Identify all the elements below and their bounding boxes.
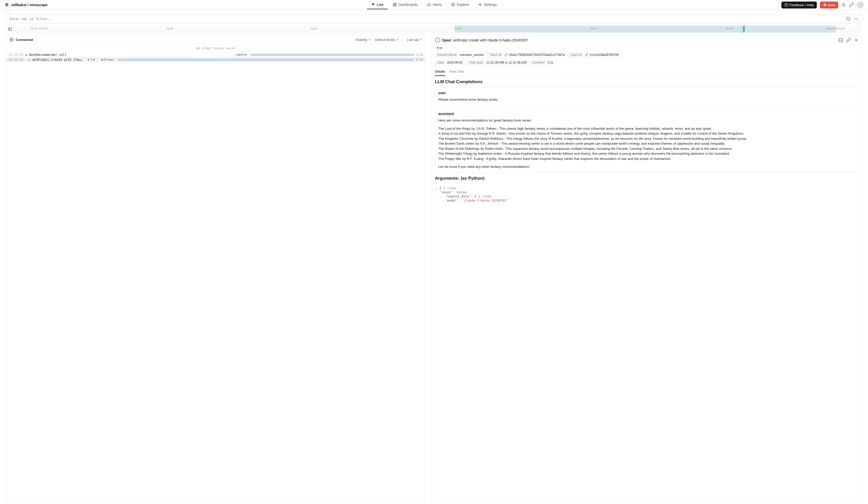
svg-point-18 <box>11 39 12 40</box>
record-icon <box>823 3 827 7</box>
trace-row[interactable]: 12:32:35 ◆ anthropic.create with claude-… <box>7 57 425 62</box>
broadcast-icon <box>371 2 375 7</box>
close-icon[interactable] <box>854 38 858 42</box>
meta-row: Service Nameunknown_service Trace ID#4ee… <box>432 52 861 60</box>
nav-dashboards[interactable]: Dashboards <box>389 0 422 9</box>
chevron-down-icon <box>420 38 422 41</box>
chevron-down-icon <box>369 38 371 41</box>
svg-point-13 <box>854 19 855 19</box>
beta-button[interactable]: Beta <box>820 1 838 9</box>
logo-icon <box>4 2 9 8</box>
svg-point-10 <box>824 4 826 6</box>
svg-point-11 <box>843 4 845 6</box>
compass-icon <box>451 2 455 7</box>
args-title: Arguments: (as Python) <box>435 176 858 181</box>
badge-llm: llm <box>86 58 97 61</box>
no-traces: No older traces exist <box>7 44 425 52</box>
content: LLM Chat Completions user Please recomme… <box>432 76 861 208</box>
tabs: Details Raw Data <box>432 68 861 76</box>
svg-point-14 <box>856 19 857 19</box>
gear-icon[interactable] <box>10 38 14 42</box>
svg-point-0 <box>373 4 374 5</box>
visibility-dropdown[interactable]: Visibility <box>355 38 371 42</box>
avatar[interactable] <box>857 1 864 9</box>
levels-dropdown[interactable]: Default levels <box>375 38 399 42</box>
timeline-toggle[interactable] <box>7 26 14 33</box>
layout-icon[interactable] <box>838 38 843 42</box>
timeline: Apr 18, 12:32:45 Apr 20 Apr 23 Apr 25 Ap… <box>6 26 862 33</box>
nav-alerts[interactable]: Alerts <box>423 0 446 9</box>
nav-live[interactable]: Live <box>367 0 388 9</box>
connected-label: Connected <box>16 38 33 42</box>
logo[interactable]: willbakst / mirascope <box>4 2 48 8</box>
resizer[interactable]: ⋮ <box>427 35 430 504</box>
bell-icon <box>427 2 431 7</box>
svg-rect-1 <box>393 3 394 4</box>
tab-raw-data[interactable]: Raw Data <box>449 68 464 76</box>
svg-rect-4 <box>395 5 396 6</box>
svg-point-12 <box>847 17 850 20</box>
link-icon <box>505 53 507 57</box>
more-icon[interactable] <box>854 17 858 21</box>
theme-icon[interactable] <box>841 2 846 7</box>
trace-row[interactable]: 12:32:35 ▬ BookRecommender.call logfire … <box>7 52 425 57</box>
nav: Live Dashboards Alerts Explore Settings <box>367 0 501 9</box>
breadcrumb[interactable]: willbakst / mirascope <box>11 3 48 7</box>
chevron-down-icon <box>396 38 399 41</box>
meta-duration: Duration3.2s <box>530 60 556 65</box>
meta-row-2: Date2024-05-02 Time span12:32:35.046 to … <box>432 60 861 68</box>
search-input[interactable] <box>10 17 846 21</box>
info-icon: i <box>435 38 440 43</box>
gear-icon <box>478 2 482 7</box>
badge-logfire: logfire <box>234 53 249 57</box>
grid-icon <box>393 2 397 7</box>
help-icon <box>784 3 788 7</box>
badge-anthropic: anthropic <box>99 58 116 61</box>
link-icon[interactable] <box>846 38 851 42</box>
meta-date: Date2024-05-02 <box>435 60 465 65</box>
header-right: Feedback / Help Beta <box>781 1 864 9</box>
args-block: ⌄ { 4 items 'async': False, ⌄ 'request_d… <box>435 184 858 205</box>
link-icon[interactable] <box>849 2 854 7</box>
svg-rect-16 <box>9 28 11 31</box>
meta-span-id[interactable]: Span ID#11e203da397657e5 <box>568 52 621 58</box>
section-title: LLM Chat Completions <box>435 79 858 84</box>
meta-service: Service Nameunknown_service <box>435 52 486 58</box>
left-panel: Connected Visibility Default levels Live… <box>6 35 425 504</box>
search-bar <box>6 14 862 23</box>
nav-settings[interactable]: Settings <box>474 0 501 9</box>
svg-rect-2 <box>395 3 396 4</box>
tab-details[interactable]: Details <box>435 68 445 76</box>
svg-rect-3 <box>393 5 394 6</box>
svg-point-15 <box>857 19 858 19</box>
svg-point-5 <box>452 3 455 6</box>
search-icon[interactable] <box>846 17 851 21</box>
meta-timespan: Time span12:32:35.046 to 12:32:38.239 <box>466 60 529 65</box>
message-user: user Please recommend some fantasy books <box>435 88 858 105</box>
link-icon <box>585 53 588 57</box>
right-panel: i Span: anthropic.create with claude-3-h… <box>432 35 862 504</box>
panel-icon <box>8 27 12 31</box>
message-assistant: assistant Here are some recommendations … <box>435 108 858 173</box>
live-tail-dropdown[interactable]: Live tail <box>403 38 422 42</box>
nav-explore[interactable]: Explore <box>447 0 473 9</box>
svg-marker-6 <box>453 4 454 5</box>
feedback-button[interactable]: Feedback / Help <box>781 1 817 9</box>
left-header: Connected Visibility Default levels Live… <box>7 35 425 44</box>
header: willbakst / mirascope Live Dashboards Al… <box>0 0 868 10</box>
timeline-track[interactable]: Apr 18, 12:32:45 Apr 20 Apr 23 Apr 25 Ap… <box>14 26 861 32</box>
badge-llm: llm <box>435 46 445 50</box>
meta-trace-id[interactable]: Trace ID#4ee175f362b50733c03700a812173d7… <box>487 52 567 58</box>
right-header: i Span: anthropic.create with claude-3-h… <box>432 35 861 45</box>
span-title: Span: anthropic.create with claude-3-hai… <box>442 38 528 42</box>
